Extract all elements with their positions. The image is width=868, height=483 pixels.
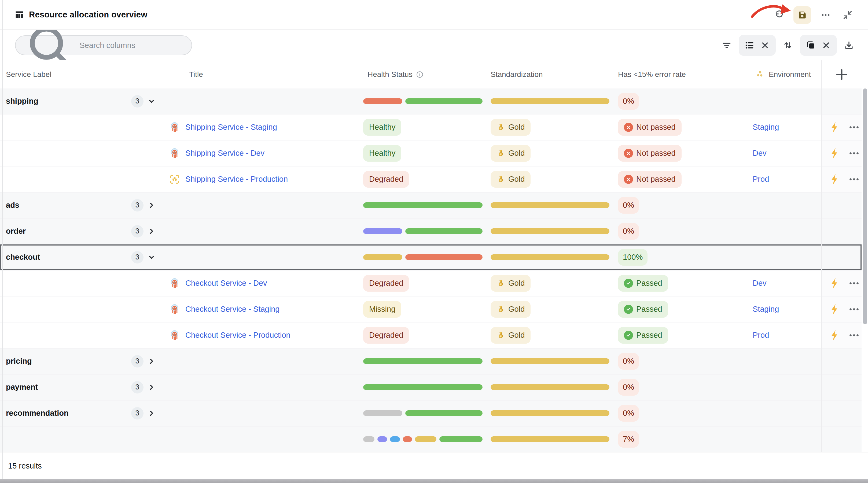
medal-icon bbox=[496, 175, 505, 184]
clear-grouping-button[interactable] bbox=[758, 38, 772, 53]
add-column-button[interactable] bbox=[834, 66, 850, 83]
title-cell bbox=[162, 89, 360, 114]
standardization-bar bbox=[491, 254, 610, 260]
service-title-link[interactable]: Checkout Service - Production bbox=[185, 331, 290, 340]
column-header-[interactable] bbox=[821, 60, 862, 89]
vertical-scrollbar[interactable] bbox=[863, 89, 867, 324]
badge-label: Gold bbox=[508, 123, 525, 132]
search-columns-input[interactable] bbox=[80, 41, 185, 50]
column-header-has-15-error-rate[interactable]: Has <15% error rate bbox=[614, 60, 748, 89]
filter-button[interactable] bbox=[719, 38, 734, 53]
download-button[interactable] bbox=[842, 38, 856, 53]
bar-segment-yellow bbox=[491, 358, 610, 364]
row-menu-button[interactable] bbox=[848, 303, 861, 316]
row-menu-button[interactable] bbox=[848, 173, 861, 186]
quick-action-button[interactable] bbox=[828, 121, 841, 134]
bar-segment-yellow bbox=[363, 254, 402, 260]
row-menu-button[interactable] bbox=[848, 147, 861, 160]
more-options-button[interactable] bbox=[818, 7, 833, 23]
standardization-bar bbox=[491, 358, 610, 364]
error-rate-cell: Passed bbox=[614, 296, 748, 322]
quick-action-button[interactable] bbox=[828, 303, 841, 316]
group-row-shipping[interactable]: shipping30% bbox=[0, 89, 862, 115]
service-title-link[interactable]: Shipping Service - Dev bbox=[185, 149, 265, 158]
error-rate-cell: Not passed bbox=[614, 115, 748, 140]
error-rate-cell: Passed bbox=[614, 270, 748, 296]
quick-action-button[interactable] bbox=[828, 277, 841, 290]
collapse-button[interactable] bbox=[840, 7, 855, 23]
chevron-down-icon[interactable] bbox=[147, 253, 156, 262]
row-actions-cell bbox=[821, 375, 862, 400]
group-row-partial[interactable]: 7% bbox=[0, 426, 862, 452]
service-title-link[interactable]: Checkout Service - Staging bbox=[185, 305, 279, 314]
row-menu-icon bbox=[848, 329, 861, 342]
service-row[interactable]: Shipping Service - DevHealthyGoldNot pas… bbox=[0, 140, 862, 166]
chevron-right-icon[interactable] bbox=[147, 356, 156, 366]
badge-degraded: Degraded bbox=[363, 275, 409, 292]
service-title-link[interactable]: Shipping Service - Production bbox=[185, 175, 288, 184]
group-label: ads bbox=[6, 201, 19, 210]
row-menu-button[interactable] bbox=[848, 121, 861, 134]
standardization-bar bbox=[491, 410, 610, 416]
environment-link[interactable]: Staging bbox=[753, 123, 779, 132]
row-menu-button[interactable] bbox=[848, 277, 861, 290]
group-rows-button[interactable] bbox=[742, 38, 756, 53]
health-status-cell: Degraded bbox=[360, 270, 487, 296]
chevron-down-icon[interactable] bbox=[147, 96, 156, 106]
service-row[interactable]: Shipping Service - StagingHealthyGoldNot… bbox=[0, 115, 862, 140]
chevron-right-icon[interactable] bbox=[147, 383, 156, 392]
x-circle-icon bbox=[624, 175, 633, 184]
health-status-cell bbox=[360, 426, 487, 452]
row-menu-button[interactable] bbox=[848, 329, 861, 342]
row-actions-cell bbox=[821, 296, 862, 322]
health-status-cell: Degraded bbox=[360, 166, 487, 192]
bolt-icon bbox=[828, 303, 841, 316]
medal-icon bbox=[496, 123, 505, 132]
standardization-cell bbox=[487, 89, 614, 114]
column-header-title[interactable]: Title bbox=[162, 60, 360, 89]
group-count-badge: 3 bbox=[131, 381, 144, 393]
environment-link[interactable]: Prod bbox=[753, 175, 769, 184]
badge-label: Not passed bbox=[636, 149, 676, 158]
column-header-row: Service LabelTitleHealth StatusStandardi… bbox=[0, 60, 862, 89]
group-row-payment[interactable]: payment30% bbox=[0, 375, 862, 400]
column-header-environment[interactable]: Environment bbox=[748, 60, 821, 89]
group-row-checkout[interactable]: checkout3100% bbox=[0, 245, 862, 270]
service-title-link[interactable]: Checkout Service - Dev bbox=[185, 279, 267, 288]
group-row-pricing[interactable]: pricing30% bbox=[0, 349, 862, 375]
sort-button[interactable] bbox=[780, 38, 795, 53]
service-row[interactable]: Shipping Service - ProductionDegradedGol… bbox=[0, 166, 862, 192]
stack-columns-button[interactable] bbox=[804, 38, 817, 53]
column-header-service-label[interactable]: Service Label bbox=[0, 60, 162, 89]
service-title-link[interactable]: Shipping Service - Staging bbox=[185, 123, 277, 132]
service-row[interactable]: Checkout Service - DevDegradedGoldPassed… bbox=[0, 270, 862, 296]
error-rate-cell: 0% bbox=[614, 192, 748, 218]
environment-link[interactable]: Dev bbox=[753, 279, 767, 288]
group-row-order[interactable]: order30% bbox=[0, 219, 862, 245]
standardization-cell bbox=[487, 349, 614, 374]
column-header-standardization[interactable]: Standardization bbox=[487, 60, 614, 89]
quick-action-button[interactable] bbox=[828, 147, 841, 160]
clear-stacking-button[interactable] bbox=[819, 38, 833, 53]
quick-action-button[interactable] bbox=[828, 329, 841, 342]
chevron-right-icon[interactable] bbox=[147, 200, 156, 210]
service-row[interactable]: Checkout Service - ProductionDegradedGol… bbox=[0, 322, 862, 349]
group-row-ads[interactable]: ads30% bbox=[0, 192, 862, 219]
search-columns-box[interactable] bbox=[15, 35, 192, 55]
environment-link[interactable]: Prod bbox=[753, 331, 769, 340]
chevron-right-icon[interactable] bbox=[147, 226, 156, 236]
undo-button[interactable] bbox=[771, 7, 786, 23]
environment-link[interactable]: Staging bbox=[753, 305, 779, 314]
quick-action-button[interactable] bbox=[828, 173, 841, 186]
row-menu-icon bbox=[848, 277, 861, 290]
environment-link[interactable]: Dev bbox=[753, 149, 767, 158]
service-row[interactable]: Checkout Service - StagingMissingGoldPas… bbox=[0, 296, 862, 322]
save-button[interactable] bbox=[794, 6, 811, 24]
chevron-right-icon[interactable] bbox=[147, 409, 156, 418]
bar-segment-yellow bbox=[491, 202, 610, 208]
column-header-health-status[interactable]: Health Status bbox=[360, 60, 487, 89]
bar-segment-yellow bbox=[491, 254, 610, 260]
badge-0%: 0% bbox=[618, 223, 639, 239]
group-row-recommendation[interactable]: recommendation30% bbox=[0, 400, 862, 426]
row-actions-cell bbox=[821, 245, 862, 270]
